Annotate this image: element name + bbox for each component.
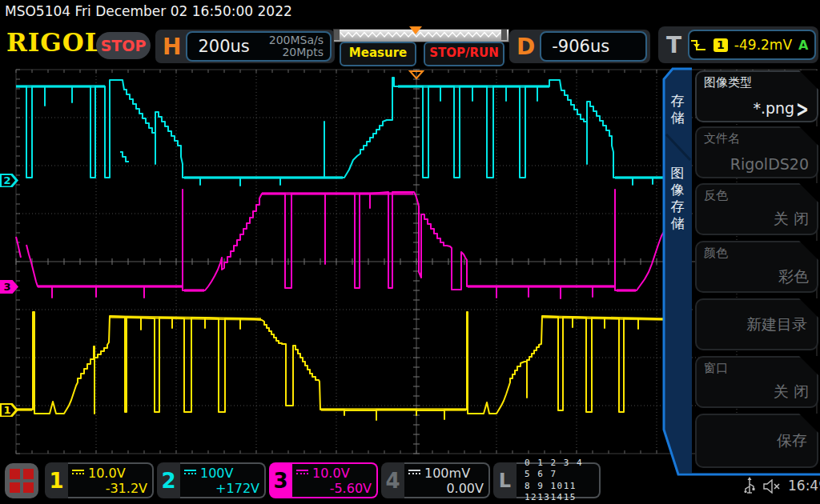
wavebar-trigger-marker[interactable] <box>409 26 422 34</box>
channel-4-box: 100mV 0.00V <box>404 462 490 498</box>
trigger-box[interactable]: 1 -49.2mV A <box>688 30 816 60</box>
waveform-ch1 <box>16 312 665 420</box>
trigger-source-badge: 1 <box>713 38 728 52</box>
channel-2-number: 2 <box>157 462 180 498</box>
measure-button[interactable]: Measure <box>340 42 416 66</box>
horizontal-settings[interactable]: H 200us 200MSa/s 20Mpts <box>155 30 335 63</box>
logic-row-2: 8 9 1011 12131415 <box>525 481 594 503</box>
chevron-right-icon: > <box>796 95 809 122</box>
waveform-ch3 <box>16 190 665 298</box>
menu-value: 关 闭 <box>774 382 809 402</box>
channel-4-number: 4 <box>381 462 404 498</box>
ch3-level-marker[interactable]: 3 <box>0 280 18 294</box>
channel-1-box: 10.0V -31.2V <box>68 462 154 498</box>
menu-value: RigolDS20 <box>730 155 809 173</box>
rigol-logo: RIGOL <box>6 26 103 57</box>
menu-item-invert[interactable]: 反色 关 闭 <box>695 183 818 235</box>
acquisition-info: 200MSa/s 20Mpts <box>269 34 324 58</box>
trigger-level-value: -49.2mV <box>734 37 792 53</box>
menu-label: 颜色 <box>704 246 728 261</box>
menu-label: 图像类型 <box>704 75 752 90</box>
channel-3-status[interactable]: 3 10.0V -5.60V <box>269 462 378 498</box>
channel-2-box: 100V +172V <box>180 462 266 498</box>
sidebar-tab-image-storage[interactable]: 图像存储 <box>665 165 689 232</box>
trigger-mode-auto: A <box>798 38 808 53</box>
t-label: T <box>658 32 688 58</box>
waveform-ch3-baseline <box>38 194 636 290</box>
logic-box: 0 1 2 3 4 5 6 7 8 9 1011 12131415 <box>517 462 601 498</box>
grid-icon <box>10 469 20 479</box>
delay-value: -906us <box>552 37 609 56</box>
dc-coupling-icon <box>408 470 420 478</box>
clock: 16:49 <box>788 478 820 494</box>
menu-item-image-type[interactable]: 图像类型 *.png> <box>695 70 818 122</box>
channel-4-status[interactable]: 4 100mV 0.00V <box>381 462 490 498</box>
channel-1-offset: -31.2V <box>72 481 147 496</box>
menu-value: 关 闭 <box>774 209 809 230</box>
menu-value: *.png> <box>753 99 809 117</box>
menu-label: 窗口 <box>704 361 728 376</box>
ch2-marker-label: 2 <box>2 174 13 187</box>
menu-value: 彩色 <box>778 266 809 287</box>
stop-run-button[interactable]: STOP/RUN <box>424 42 504 66</box>
delay-box[interactable]: -906us <box>540 31 647 62</box>
grid-icon <box>10 482 20 493</box>
menu-item-file-name[interactable]: 文件名 RigolDS20 <box>695 126 818 178</box>
wavebar-left-cap <box>334 30 340 40</box>
menu-label: 文件名 <box>704 131 740 146</box>
memory-depth: 20Mpts <box>269 46 324 58</box>
channel-3-scale: 10.0V <box>312 466 350 481</box>
sample-rate: 200MSa/s <box>269 34 324 46</box>
ch1-marker-label: 1 <box>2 403 13 417</box>
menu-item-color[interactable]: 颜色 彩色 <box>695 241 818 293</box>
channel-1-status[interactable]: 1 10.0V -31.2V <box>45 462 154 498</box>
channel-2-offset: +172V <box>184 481 259 496</box>
timebase-box[interactable]: 200us 200MSa/s 20Mpts <box>186 31 332 62</box>
timebase-value: 200us <box>198 37 249 56</box>
run-state-badge: STOP <box>96 32 151 59</box>
menu-item-window[interactable]: 窗口 关 闭 <box>695 356 818 408</box>
channel-1-scale: 10.0V <box>88 466 126 481</box>
menu-item-new-folder[interactable]: 新建目录 <box>695 298 818 350</box>
menu-value: 新建目录 <box>746 314 807 335</box>
logic-label: L <box>493 462 517 498</box>
menu-label: 反色 <box>704 188 728 203</box>
channel-4-scale: 100mV <box>424 466 470 481</box>
dc-coupling-icon <box>296 470 308 478</box>
channel-2-scale: 100V <box>200 466 233 481</box>
falling-edge-icon <box>689 38 707 52</box>
channel-3-offset: -5.60V <box>296 481 372 496</box>
delay-settings[interactable]: D -906us <box>509 30 650 63</box>
waveform-ch2 <box>16 78 666 186</box>
logic-channels-status[interactable]: L 0 1 2 3 4 5 6 7 8 9 1011 12131415 <box>493 462 601 498</box>
dc-coupling-icon <box>72 470 84 478</box>
waveform-ch1-baseline <box>16 317 665 410</box>
d-label: D <box>509 34 540 60</box>
channel-2-status[interactable]: 2 100V +172V <box>157 462 266 498</box>
dc-coupling-icon <box>184 470 196 478</box>
ch3-marker-label: 3 <box>2 280 13 294</box>
usb-icon <box>743 476 756 497</box>
menu-item-save[interactable]: 保存 <box>695 414 818 468</box>
grid-icon <box>23 482 34 493</box>
wavebar-right-cap <box>501 30 507 40</box>
channel-1-number: 1 <box>45 462 68 498</box>
logic-row-1: 0 1 2 3 4 5 6 7 <box>525 458 594 480</box>
ch2-level-marker[interactable]: 2 <box>0 174 18 187</box>
sidebar-tab-storage[interactable]: 存储 <box>665 93 689 126</box>
menu-value: 保存 <box>777 430 807 451</box>
ch1-level-marker[interactable]: 1 <box>0 403 18 417</box>
grid-icon <box>23 469 34 479</box>
speaker-muted-icon <box>763 479 784 494</box>
channel-4-offset: 0.00V <box>408 481 484 496</box>
channel-3-number: 3 <box>269 462 292 498</box>
h-label: H <box>155 34 186 60</box>
menu-grid-button[interactable] <box>5 463 38 498</box>
trigger-settings[interactable]: T 1 -49.2mV A <box>658 26 818 63</box>
channel-3-box: 10.0V -5.60V <box>292 462 378 498</box>
